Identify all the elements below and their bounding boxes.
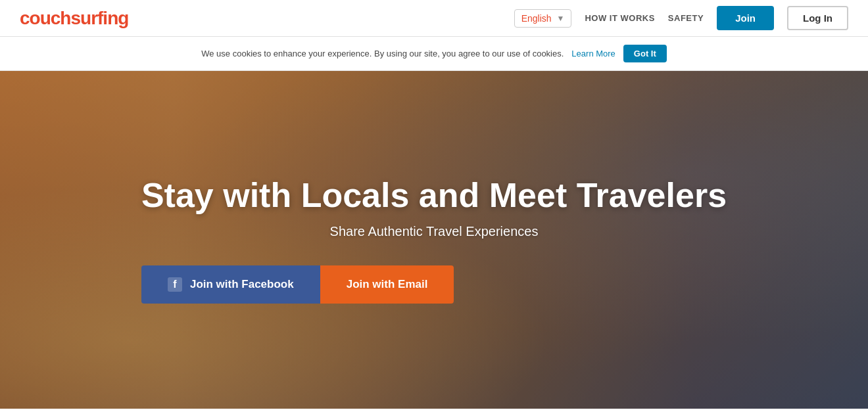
main-nav: English ▼ HOW IT WORKS SAFETY Join Log I… — [514, 6, 848, 30]
join-facebook-label: Join with Facebook — [190, 278, 294, 291]
join-facebook-button[interactable]: f Join with Facebook — [141, 265, 320, 304]
hero-buttons: f Join with Facebook Join with Email — [141, 265, 727, 304]
hero-content: Stay with Locals and Meet Travelers Shar… — [141, 176, 727, 304]
safety-link[interactable]: SAFETY — [668, 13, 704, 23]
language-selector[interactable]: English ▼ — [514, 9, 572, 28]
hero-title: Stay with Locals and Meet Travelers — [141, 176, 727, 216]
join-email-label: Join with Email — [347, 278, 428, 290]
cookie-banner: We use cookies to enhance your experienc… — [0, 37, 868, 71]
join-email-button[interactable]: Join with Email — [320, 265, 454, 304]
learn-more-link[interactable]: Learn More — [571, 49, 615, 58]
language-label: English — [521, 13, 552, 24]
hero-subtitle: Share Authentic Travel Experiences — [141, 224, 727, 239]
chevron-down-icon: ▼ — [557, 14, 565, 23]
cookie-message: We use cookies to enhance your experienc… — [201, 49, 564, 58]
header: couchsurfing English ▼ HOW IT WORKS SAFE… — [0, 0, 868, 37]
got-it-button[interactable]: Got It — [623, 45, 667, 62]
hero-section: Stay with Locals and Meet Travelers Shar… — [0, 71, 868, 409]
login-button[interactable]: Log In — [787, 6, 848, 30]
facebook-icon: f — [168, 277, 182, 292]
join-button[interactable]: Join — [717, 6, 774, 30]
logo[interactable]: couchsurfing — [20, 8, 128, 29]
how-it-works-link[interactable]: HOW IT WORKS — [585, 13, 654, 23]
